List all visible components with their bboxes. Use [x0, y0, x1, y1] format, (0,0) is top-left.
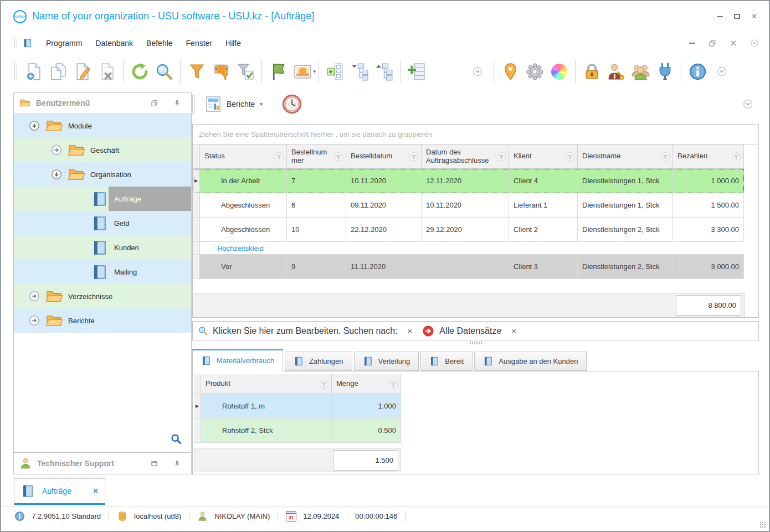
table-row[interactable]: Abgeschlossen609.11.202010.11.2020Liefer… — [193, 193, 744, 218]
cell-dienstname[interactable]: Dienstleistungen 1, Stck — [578, 169, 673, 193]
clear-search-button[interactable]: × — [408, 326, 413, 335]
sidebar-item-auftr-ge[interactable]: Aufträge — [14, 187, 191, 211]
table-row[interactable]: Vor911.11.2020Client 3Dienstleistungen 2… — [193, 255, 744, 279]
panel-maximize-button[interactable] — [150, 459, 158, 468]
column-header-produkt[interactable]: Produkt — [201, 374, 332, 394]
sidebar-item-geld[interactable]: Geld — [14, 211, 191, 235]
sidebar-item-verzeichnisse[interactable]: Verzeichnisse — [14, 284, 191, 308]
tree-add-icon[interactable] — [323, 58, 347, 85]
cell-dienstname[interactable]: Dienstleistungen 2, Stck — [578, 218, 673, 242]
cell-status[interactable]: In der Arbeit — [200, 169, 287, 193]
expander-right-icon[interactable] — [28, 290, 40, 302]
tab-materialverbrauch[interactable]: Materialverbrauch — [192, 349, 283, 371]
cell-bezahlen[interactable]: 3 300.00 — [673, 218, 744, 242]
table-row[interactable]: Abgeschlossen1022.12.202029.12.2020Clien… — [193, 218, 744, 242]
refresh-icon[interactable] — [127, 58, 152, 85]
cell-bezahlen[interactable]: 3 000.00 — [673, 255, 744, 279]
toolbar-grip[interactable] — [14, 38, 17, 48]
cell-abschluss[interactable]: 10.11.2020 — [422, 193, 509, 218]
sidebar-item-mailing[interactable]: Mailing — [14, 260, 191, 284]
copy-document-icon[interactable] — [46, 58, 70, 85]
close-button[interactable]: × — [751, 13, 758, 19]
cell-bestelldatum[interactable]: 22.12.2020 — [346, 218, 422, 242]
table-row[interactable]: ▶Rohstoff 1, m1.000 — [194, 394, 401, 419]
cell-klient[interactable]: Client 3 — [509, 255, 578, 279]
preview-link[interactable]: Hochzeitskleid — [200, 242, 744, 255]
cell-dienstname[interactable]: Dienstleistungen 1, Stck — [578, 193, 673, 218]
expander-down-icon[interactable] — [50, 168, 63, 180]
overflow-chevron-icon[interactable] — [710, 58, 734, 85]
technical-support-panel[interactable]: Technischer Support — [13, 452, 192, 474]
sidebar-item-gesch-ft[interactable]: Geschäft — [14, 138, 191, 162]
filter-confirm-icon[interactable] — [233, 58, 258, 85]
mdi-close-button[interactable] — [729, 39, 738, 48]
cell-status[interactable]: Vor — [200, 255, 287, 279]
search-filter-bar[interactable]: Klicken Sie hier zum Bearbeiten. Suchen … — [192, 321, 759, 340]
cell-bestelldatum[interactable]: 10.11.2020 — [346, 169, 422, 193]
filter-icon[interactable] — [496, 152, 506, 162]
sidebar-item-module[interactable]: Module — [14, 113, 191, 138]
menu-item-datenbank[interactable]: Datenbank — [89, 39, 140, 48]
cell-abschluss[interactable]: 12.11.2020 — [422, 169, 509, 193]
info-icon[interactable] — [685, 58, 710, 85]
column-header-status[interactable]: Status — [200, 144, 287, 169]
sidebar-item-kunden[interactable]: Kunden — [14, 235, 191, 260]
clear-filter-button[interactable]: × — [511, 326, 516, 335]
lock-icon[interactable] — [579, 58, 604, 85]
filter-icon[interactable] — [409, 152, 419, 162]
cell-abschluss[interactable]: 29.12.2020 — [422, 218, 509, 242]
delete-document-icon[interactable] — [95, 58, 119, 85]
resize-grip[interactable] — [759, 521, 766, 528]
panel-pin-button[interactable] — [173, 99, 181, 107]
cell-dienstname[interactable]: Dienstleistungen 2, Stck — [578, 255, 673, 279]
cell-bestellnummer[interactable]: 10 — [287, 218, 346, 242]
panel-restore-button[interactable] — [150, 99, 158, 107]
group-by-panel[interactable]: Ziehen Sie eine Spaltenüberschrift hierh… — [193, 125, 758, 144]
row-preview[interactable]: Hochzeitskleid — [193, 242, 744, 255]
content-overflow-chevron-icon[interactable] — [742, 99, 753, 110]
cell-bestelldatum[interactable]: 11.11.2020 — [346, 255, 422, 279]
picture-icon[interactable]: ▾ — [290, 58, 315, 85]
mdi-minimize-button[interactable] — [689, 40, 696, 47]
tab-ausgabe-an-den-kunden[interactable]: Ausgabe an den Kunden — [474, 352, 587, 371]
cell-bestelldatum[interactable]: 09.11.2020 — [346, 193, 422, 218]
cell-abschluss[interactable] — [422, 255, 509, 279]
chevron-down-icon[interactable]: ▾ — [313, 69, 316, 74]
cell-menge[interactable]: 1.000 — [332, 394, 401, 419]
flag-icon[interactable] — [266, 58, 290, 85]
minimize-button[interactable] — [716, 13, 723, 19]
cell-klient[interactable]: Client 4 — [509, 169, 578, 193]
cell-menge[interactable]: 0.500 — [332, 419, 401, 443]
maximize-button[interactable] — [733, 13, 741, 19]
sidebar-item-berichte[interactable]: Berichte — [14, 308, 191, 333]
filter-icon[interactable] — [184, 58, 209, 85]
mdi-restore-button[interactable] — [708, 39, 717, 48]
table-row[interactable]: ▶In der Arbeit710.11.202012.11.2020Clien… — [193, 169, 744, 193]
cell-bestellnummer[interactable]: 9 — [287, 255, 346, 279]
cell-bestellnummer[interactable]: 7 — [287, 169, 346, 193]
filter-icon[interactable] — [565, 152, 575, 162]
overflow-chevron-icon[interactable] — [465, 58, 490, 85]
filter-scope-label[interactable]: Alle Datensätze — [439, 326, 501, 336]
filter-icon[interactable] — [731, 152, 741, 162]
cell-bezahlen[interactable]: 1 000.00 — [673, 169, 744, 193]
cell-status[interactable]: Abgeschlossen — [200, 218, 287, 242]
user-groups-icon[interactable] — [628, 58, 653, 85]
new-document-icon[interactable] — [22, 58, 46, 85]
cell-bezahlen[interactable]: 1 500.00 — [673, 193, 744, 218]
expander-right-icon[interactable] — [50, 144, 63, 156]
panel-pin-button[interactable] — [173, 459, 181, 468]
search-icon[interactable] — [152, 58, 176, 85]
tree-collapse-icon[interactable] — [372, 58, 396, 85]
document-tab-close-button[interactable]: × — [93, 486, 98, 496]
menu-item-programm[interactable]: Programm — [39, 39, 89, 48]
column-header-dienstname[interactable]: Dienstname — [578, 144, 673, 169]
filter-icon[interactable] — [660, 152, 670, 162]
filter-icon[interactable] — [319, 379, 329, 389]
tab-bereit[interactable]: Bereit — [420, 352, 473, 371]
tab-zahlungen[interactable]: Zahlungen — [285, 352, 352, 371]
column-header-menge[interactable]: Menge — [332, 374, 401, 394]
document-tab-auftraege[interactable]: Aufträge × — [14, 478, 105, 505]
expander-down-icon[interactable] — [28, 120, 40, 132]
expander-right-icon[interactable] — [28, 314, 40, 327]
